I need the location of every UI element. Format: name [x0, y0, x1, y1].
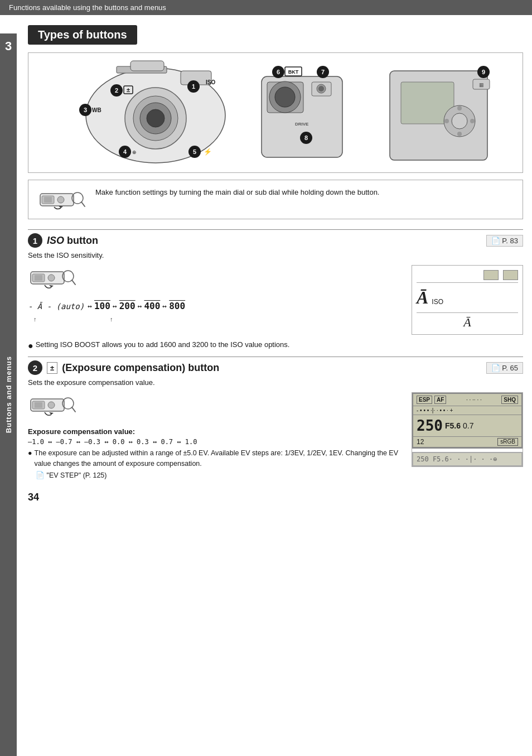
section1-page-icon: 📄: [491, 237, 500, 245]
iso-lcd-display: Ā ISO Ā: [412, 265, 523, 335]
types-of-buttons-heading: Types of buttons: [28, 25, 137, 45]
elcd-frames: 12: [417, 438, 424, 446]
iso-val-200: 200: [119, 301, 136, 311]
sidebar: 3 Buttons and menus: [0, 33, 17, 756]
elcd-dots: · · ·· · ·: [448, 397, 499, 403]
section2-page-icon: 📄: [491, 364, 500, 372]
lcd-top-box-2: [503, 270, 518, 280]
svg-line-64: [72, 280, 75, 285]
svg-text:BKT: BKT: [288, 69, 299, 75]
exposure-notes: ● The exposure can be adjusted within a …: [28, 448, 400, 480]
iso-arrow4: ↔: [162, 302, 167, 310]
lcd-iso-text: ISO: [432, 298, 443, 306]
svg-text:⊕: ⊕: [132, 150, 137, 155]
svg-text:2: 2: [115, 87, 118, 94]
info-box: Make function settings by turning the ma…: [28, 180, 523, 219]
camera-diagram-svg: 1 ISO 2 ± 3 WB 4 ⊕ 5 ⚡: [44, 60, 507, 166]
iso-val-100: 100: [94, 301, 110, 311]
main-content: Types of buttons: [17, 15, 532, 520]
elcd-rgb-label: sRGB: [497, 438, 518, 446]
elcd-meter-row: - • • • ·|· · • • · +: [413, 406, 521, 415]
svg-point-46: [444, 119, 449, 123]
header-title: Functions available using the buttons an…: [9, 3, 166, 12]
svg-point-44: [457, 106, 462, 110]
elcd-ev-val: 0.7: [463, 421, 473, 430]
section2-number: 2: [28, 360, 42, 375]
elcd-outer: ESP AF · · ·· · · SHQ - • • • ·|· · • • …: [412, 393, 523, 449]
elcd-main: 250 F5.6 0.7: [413, 415, 521, 436]
svg-line-57: [81, 202, 85, 206]
svg-text:ISO: ISO: [206, 79, 215, 85]
svg-text:4: 4: [123, 148, 127, 155]
iso-val-400: 400: [144, 301, 160, 311]
svg-text:⚡: ⚡: [204, 147, 212, 156]
page-number: 34: [28, 492, 523, 503]
exposure-bullet-1: ● The exposure can be adjusted within a …: [28, 448, 400, 469]
svg-text:7: 7: [321, 69, 325, 75]
lcd-top-box-1: [483, 270, 499, 280]
lcd-bottom-row: Ā: [417, 312, 518, 330]
svg-line-71: [72, 407, 75, 412]
svg-point-36: [318, 86, 324, 92]
elcd-aperture: F5.6: [445, 421, 461, 430]
iso-auto-label: - Ā - (auto): [28, 302, 84, 311]
bullet-dot-1: ●: [28, 340, 33, 351]
section2-icon-box: ±: [47, 362, 57, 374]
lcd-bottom-A: Ā: [463, 315, 471, 329]
chapter-label: Buttons and menus: [4, 356, 13, 433]
svg-rect-61: [35, 275, 42, 281]
elcd-shutter: 250: [417, 417, 443, 434]
svg-point-69: [48, 402, 55, 408]
camera-diagram-box: 1 ISO 2 ± 3 WB 4 ⊕ 5 ⚡: [28, 52, 523, 173]
exposure-note-ref: 📄 "EV STEP" (P. 125): [36, 470, 400, 481]
elcd-secondary: 250 F5.6· · ·|· · ·⊕: [412, 452, 523, 466]
dial-icon-svg: [37, 187, 88, 212]
section1-name: ISO button: [47, 235, 98, 247]
section1-page-ref: 📄 P. 83: [486, 235, 523, 247]
ev-sequence: –1.0 ↔ –0.7 ↔ –0.3 ↔ 0.0 ↔ 0.3 ↔ 0.7 ↔ 1…: [28, 438, 400, 446]
lcd-A-symbol: Ā: [417, 287, 428, 308]
svg-point-45: [457, 132, 462, 136]
svg-point-27: [275, 87, 295, 107]
exposure-bullet-dot-1: ●: [28, 448, 32, 459]
section1-header-left: 1 ISO button: [28, 233, 98, 248]
header-bar: Functions available using the buttons an…: [0, 0, 532, 15]
elcd-esp-label: ESP: [417, 396, 432, 404]
elcd-meter-text: - • • • ·|· · • • · +: [417, 407, 453, 413]
section1-bullet-note: ● Setting ISO BOOST allows you to add 16…: [28, 340, 523, 351]
iso-arrow1: ↔: [88, 302, 92, 310]
svg-rect-68: [35, 402, 42, 408]
svg-point-55: [57, 196, 64, 203]
iso-arrow2: ↔: [113, 302, 117, 310]
exposure-lcd: ESP AF · · ·· · · SHQ - • • • ·|· · • • …: [412, 392, 523, 467]
exposure-diagram-area: Exposure compensation value: –1.0 ↔ –0.7…: [28, 392, 523, 480]
svg-marker-65: [49, 285, 54, 287]
exposure-dial-icon: [28, 392, 78, 420]
elcd-secondary-text: 250 F5.6· · ·|· · ·⊕: [417, 455, 497, 463]
svg-point-62: [48, 275, 55, 281]
section2-page-ref: 📄 P. 65: [486, 362, 523, 374]
elcd-shq-label: SHQ: [501, 396, 518, 404]
svg-text:8: 8: [304, 134, 308, 141]
svg-text:DRIVE: DRIVE: [295, 122, 309, 127]
elcd-bottom-row: 12 sRGB: [413, 436, 521, 447]
section2-name: (Exposure compensation) button: [62, 362, 219, 374]
chapter-number: 3: [5, 39, 12, 54]
section1-name-suffix: button: [67, 235, 98, 246]
svg-point-47: [470, 119, 475, 123]
section1-bullet-text: Setting ISO BOOST allows you to add 1600…: [36, 340, 290, 349]
section2-icon-label: ±: [50, 364, 54, 372]
section2-description: Sets the exposure compensation value.: [28, 378, 523, 387]
section2-header-left: 2 ± (Exposure compensation) button: [28, 360, 219, 375]
iso-sequence: - Ā - (auto) ↔ 100 ↔ 200 ↔ 400 ↔ 800: [28, 301, 186, 311]
svg-rect-54: [44, 197, 52, 203]
elcd-af-label: AF: [434, 396, 446, 404]
exposure-note-2: "EV STEP" (P. 125): [46, 471, 107, 479]
section1-description: Sets the ISO sensitivity.: [28, 251, 523, 259]
section1-iso-text: ISO: [47, 235, 64, 246]
note-ref-icon: 📄: [36, 471, 45, 479]
lcd-main-display: Ā ISO: [417, 287, 518, 308]
elcd-top: ESP AF · · ·· · · SHQ: [413, 394, 521, 406]
section2-page-num: P. 65: [502, 364, 518, 372]
iso-val-800: 800: [169, 301, 185, 311]
